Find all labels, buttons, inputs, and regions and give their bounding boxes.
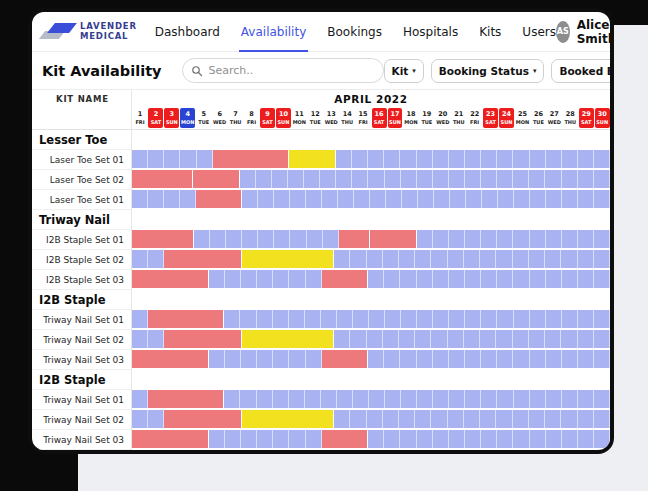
booking-cell-day-25-blue[interactable] bbox=[514, 390, 530, 408]
booking-cell-day-27-blue[interactable] bbox=[545, 330, 561, 348]
booking-cell-day-3-red[interactable] bbox=[163, 390, 178, 408]
booking-cell-day-19-blue[interactable] bbox=[417, 270, 433, 288]
booking-cell-day-24-blue[interactable] bbox=[496, 410, 512, 428]
booking-cell-day-1-blue[interactable] bbox=[132, 190, 148, 208]
booking-cell-day-4-blue[interactable] bbox=[180, 150, 196, 168]
booking-cell-day-17-blue[interactable] bbox=[386, 190, 402, 208]
booking-cell-day-23-blue[interactable] bbox=[482, 190, 498, 208]
booking-cell-day-13-blue[interactable] bbox=[321, 310, 337, 328]
booking-cell-day-5-red[interactable] bbox=[193, 270, 209, 288]
booking-cell-day-3-red[interactable] bbox=[164, 250, 179, 268]
booking-cell-day-2-red[interactable] bbox=[147, 350, 162, 368]
booking-cell-day-24-blue[interactable] bbox=[497, 150, 513, 168]
booking-cell-day-12-blue[interactable] bbox=[306, 350, 322, 368]
booking-cell-day-30-blue[interactable] bbox=[594, 310, 610, 328]
booking-cell-day-2-red[interactable] bbox=[148, 390, 163, 408]
booking-cell-day-28-blue[interactable] bbox=[562, 430, 578, 448]
booking-cell-day-18-blue[interactable] bbox=[400, 270, 416, 288]
booking-cell-day-5-red[interactable] bbox=[196, 190, 211, 208]
booking-cell-day-3-red[interactable] bbox=[163, 310, 178, 328]
booking-cell-day-30-blue[interactable] bbox=[594, 230, 610, 248]
booking-cell-day-19-blue[interactable] bbox=[415, 250, 431, 268]
booking-cell-day-29-blue[interactable] bbox=[578, 270, 594, 288]
nav-item-availability[interactable]: Availability bbox=[241, 12, 306, 51]
booking-cell-day-15-blue[interactable] bbox=[353, 390, 369, 408]
booking-cell-day-22-blue[interactable] bbox=[465, 230, 481, 248]
booking-cell-day-17-blue[interactable] bbox=[383, 410, 399, 428]
booking-cell-day-7-red[interactable] bbox=[225, 250, 241, 268]
booking-cell-day-20-blue[interactable] bbox=[433, 170, 449, 188]
booking-cell-day-18-blue[interactable] bbox=[399, 250, 415, 268]
booking-cell-day-10-blue[interactable] bbox=[272, 170, 288, 188]
booking-cell-day-1-blue[interactable] bbox=[132, 330, 148, 348]
booking-cell-day-5-red[interactable] bbox=[195, 250, 210, 268]
booking-cell-day-11-blue[interactable] bbox=[288, 170, 304, 188]
booking-cell-day-4-red[interactable] bbox=[177, 270, 192, 288]
booking-cell-day-8-yellow[interactable] bbox=[242, 330, 257, 348]
booking-cell-day-18-blue[interactable] bbox=[400, 150, 416, 168]
booking-cell-day-15-red[interactable] bbox=[352, 350, 368, 368]
booking-cell-day-22-blue[interactable] bbox=[465, 150, 481, 168]
booking-cell-day-12-blue[interactable] bbox=[306, 430, 322, 448]
booking-cell-day-21-blue[interactable] bbox=[449, 310, 465, 328]
booking-cell-day-17-blue[interactable] bbox=[384, 350, 400, 368]
booking-cell-day-8-blue[interactable] bbox=[241, 350, 257, 368]
search-input[interactable] bbox=[182, 58, 384, 83]
booking-cell-day-12-blue[interactable] bbox=[307, 230, 323, 248]
booking-cell-day-29-blue[interactable] bbox=[578, 430, 594, 448]
booking-cell-day-2-blue[interactable] bbox=[148, 190, 164, 208]
booking-cell-day-28-blue[interactable] bbox=[562, 310, 578, 328]
booking-cell-day-20-blue[interactable] bbox=[431, 250, 447, 268]
booking-cell-day-20-blue[interactable] bbox=[433, 350, 449, 368]
booking-cell-day-27-blue[interactable] bbox=[546, 390, 562, 408]
booking-cell-day-7-blue[interactable] bbox=[225, 270, 241, 288]
booking-cell-day-19-blue[interactable] bbox=[417, 390, 433, 408]
booking-cell-day-8-yellow[interactable] bbox=[242, 410, 257, 428]
booking-cell-day-28-blue[interactable] bbox=[562, 350, 578, 368]
booking-cell-day-8-blue[interactable] bbox=[241, 270, 257, 288]
booking-cell-day-24-blue[interactable] bbox=[497, 350, 513, 368]
booking-cell-day-17-blue[interactable] bbox=[385, 310, 401, 328]
booking-cell-day-11-blue[interactable] bbox=[289, 430, 305, 448]
booking-cell-day-9-blue[interactable] bbox=[257, 350, 273, 368]
nav-item-bookings[interactable]: Bookings bbox=[327, 12, 382, 51]
booking-cell-day-13-red[interactable] bbox=[322, 350, 337, 368]
booking-cell-day-26-blue[interactable] bbox=[529, 410, 545, 428]
booking-cell-day-15-red[interactable] bbox=[352, 270, 368, 288]
booking-cell-day-24-blue[interactable] bbox=[497, 310, 513, 328]
booking-cell-day-2-red[interactable] bbox=[147, 270, 162, 288]
booking-cell-day-5-red[interactable] bbox=[193, 310, 208, 328]
booking-cell-day-1-blue[interactable] bbox=[132, 150, 148, 168]
booking-cell-day-27-blue[interactable] bbox=[546, 430, 562, 448]
booking-cell-day-14-blue[interactable] bbox=[337, 310, 353, 328]
booking-cell-day-30-blue[interactable] bbox=[594, 410, 610, 428]
booking-cell-day-3-red[interactable] bbox=[164, 410, 179, 428]
booking-cell-day-8-blue[interactable] bbox=[240, 170, 256, 188]
booking-cell-day-21-blue[interactable] bbox=[449, 270, 465, 288]
booking-cell-day-5-blue[interactable] bbox=[197, 150, 213, 168]
booking-cell-day-24-blue[interactable] bbox=[497, 430, 513, 448]
booking-cell-day-15-red[interactable] bbox=[354, 230, 370, 248]
booking-cell-day-7-red[interactable] bbox=[225, 410, 241, 428]
booking-cell-day-18-blue[interactable] bbox=[400, 430, 416, 448]
booking-cell-day-21-blue[interactable] bbox=[448, 250, 464, 268]
booking-cell-day-6-red[interactable] bbox=[210, 330, 225, 348]
booking-cell-day-17-blue[interactable] bbox=[385, 170, 401, 188]
booking-cell-day-5-red[interactable] bbox=[195, 330, 210, 348]
booking-cell-day-20-blue[interactable] bbox=[431, 330, 447, 348]
booking-cell-day-19-blue[interactable] bbox=[417, 350, 433, 368]
booking-cell-day-3-red[interactable] bbox=[162, 270, 177, 288]
booking-cell-day-20-blue[interactable] bbox=[434, 190, 450, 208]
booking-cell-day-13-yellow[interactable] bbox=[318, 250, 334, 268]
booking-cell-day-22-blue[interactable] bbox=[465, 390, 481, 408]
booking-cell-day-14-red[interactable] bbox=[339, 230, 354, 248]
booking-cell-day-10-blue[interactable] bbox=[274, 190, 290, 208]
booking-cell-day-16-blue[interactable] bbox=[367, 330, 383, 348]
booking-cell-day-11-blue[interactable] bbox=[290, 230, 306, 248]
booking-cell-day-10-blue[interactable] bbox=[273, 270, 289, 288]
booking-cell-day-15-blue[interactable] bbox=[350, 330, 366, 348]
booking-cell-day-25-blue[interactable] bbox=[513, 150, 529, 168]
booking-cell-day-4-red[interactable] bbox=[177, 350, 192, 368]
booking-cell-day-14-blue[interactable] bbox=[338, 190, 354, 208]
booking-cell-day-21-blue[interactable] bbox=[449, 430, 465, 448]
